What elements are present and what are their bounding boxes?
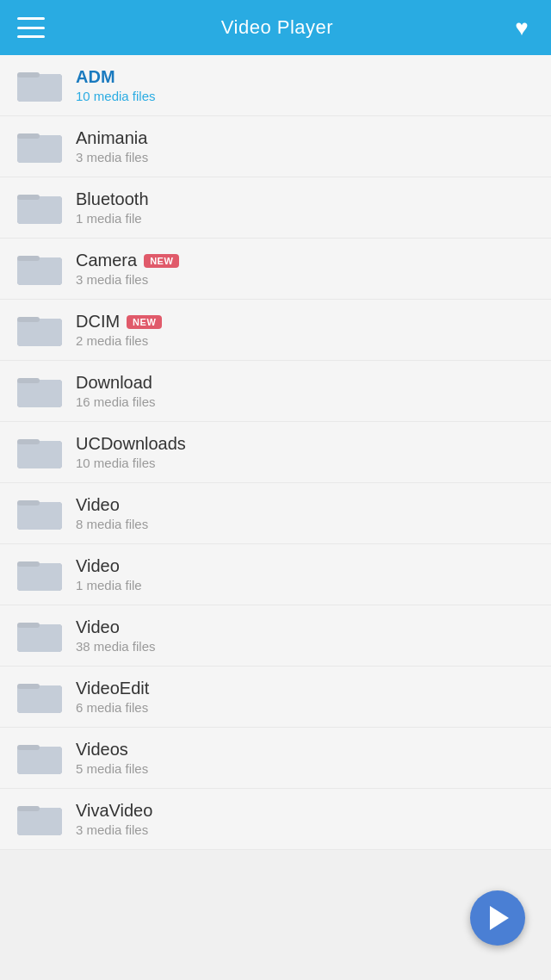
- list-item[interactable]: DCIMNEW2 media files: [0, 300, 551, 361]
- item-count: 5 media files: [76, 761, 148, 776]
- item-text-wrap: UCDownloads10 media files: [76, 434, 186, 470]
- item-count: 8 media files: [76, 517, 148, 531]
- new-badge: NEW: [127, 315, 162, 329]
- item-name: VideoEdit: [76, 679, 149, 698]
- item-text-wrap: DCIMNEW2 media files: [76, 312, 162, 348]
- list-item[interactable]: Video8 media files: [0, 483, 551, 544]
- app-title: Video Player: [221, 16, 333, 39]
- folder-icon: [17, 128, 62, 164]
- svg-rect-19: [17, 441, 62, 468]
- item-count: 3 media files: [76, 822, 152, 837]
- folder-icon: [17, 251, 62, 287]
- svg-rect-2: [17, 72, 40, 78]
- svg-rect-22: [17, 502, 62, 530]
- svg-rect-7: [17, 196, 62, 224]
- svg-rect-34: [17, 747, 62, 774]
- svg-rect-23: [17, 500, 40, 506]
- list-item[interactable]: CameraNEW3 media files: [0, 239, 551, 300]
- list-item[interactable]: Videos5 media files: [0, 728, 551, 789]
- item-count: 2 media files: [76, 333, 162, 348]
- item-count: 1 media file: [76, 211, 149, 226]
- svg-rect-37: [17, 808, 62, 835]
- svg-rect-16: [17, 380, 62, 407]
- svg-rect-8: [17, 195, 40, 200]
- svg-rect-20: [17, 439, 40, 444]
- item-count: 1 media file: [76, 578, 142, 592]
- folder-icon: [17, 67, 62, 103]
- new-badge: NEW: [144, 254, 179, 268]
- list-item[interactable]: VideoEdit6 media files: [0, 667, 551, 728]
- app-header: Video Player ♥: [0, 0, 551, 55]
- svg-rect-4: [17, 135, 62, 163]
- svg-rect-1: [17, 74, 62, 102]
- item-count: 16 media files: [76, 394, 156, 409]
- svg-rect-14: [17, 317, 40, 322]
- folder-icon: [17, 495, 62, 531]
- list-item[interactable]: VivaVideo3 media files: [0, 789, 551, 850]
- item-text-wrap: Bluetooth1 media file: [76, 189, 149, 226]
- svg-rect-25: [17, 563, 62, 591]
- item-name: Animania: [76, 128, 148, 148]
- play-fab[interactable]: [470, 890, 525, 946]
- folder-icon: [17, 617, 62, 654]
- list-item[interactable]: Download16 media files: [0, 361, 551, 422]
- item-text-wrap: Videos5 media files: [76, 740, 148, 776]
- folder-list: ADM10 media files Animania3 media files …: [0, 55, 551, 850]
- list-item[interactable]: Animania3 media files: [0, 116, 551, 177]
- list-item[interactable]: Video38 media files: [0, 605, 551, 667]
- item-text-wrap: Video1 media file: [76, 556, 142, 592]
- item-count: 3 media files: [76, 150, 148, 164]
- item-count: 38 media files: [76, 639, 156, 654]
- svg-rect-38: [17, 806, 40, 811]
- favorites-button[interactable]: ♥: [510, 16, 534, 40]
- item-text-wrap: VivaVideo3 media files: [76, 801, 152, 837]
- item-count: 10 media files: [76, 89, 156, 103]
- list-item[interactable]: UCDownloads10 media files: [0, 422, 551, 483]
- item-name: Video: [76, 617, 156, 637]
- folder-icon: [17, 312, 62, 348]
- item-name: ADM: [76, 67, 156, 87]
- item-text-wrap: Animania3 media files: [76, 128, 148, 164]
- item-name: Download: [76, 373, 156, 393]
- item-text-wrap: Download16 media files: [76, 373, 156, 409]
- item-name: VivaVideo: [76, 801, 152, 821]
- folder-icon: [17, 189, 62, 226]
- list-item[interactable]: Bluetooth1 media file: [0, 177, 551, 239]
- item-text-wrap: VideoEdit6 media files: [76, 679, 149, 715]
- svg-rect-26: [17, 561, 40, 567]
- play-icon: [490, 906, 509, 930]
- item-name: Videos: [76, 740, 148, 760]
- item-name: Video: [76, 495, 148, 515]
- folder-icon: [17, 679, 62, 715]
- item-text-wrap: Video8 media files: [76, 495, 148, 531]
- svg-rect-31: [17, 685, 62, 713]
- folder-icon: [17, 373, 62, 409]
- svg-rect-10: [17, 257, 62, 285]
- svg-rect-32: [17, 684, 40, 689]
- svg-rect-28: [17, 624, 62, 652]
- svg-rect-11: [17, 256, 40, 261]
- item-count: 10 media files: [76, 456, 186, 470]
- menu-button[interactable]: [17, 17, 45, 38]
- item-name: DCIMNEW: [76, 312, 162, 332]
- folder-icon: [17, 556, 62, 592]
- item-name: UCDownloads: [76, 434, 186, 454]
- svg-rect-5: [17, 133, 40, 139]
- list-item[interactable]: ADM10 media files: [0, 55, 551, 116]
- item-name: Video: [76, 556, 142, 576]
- list-item[interactable]: Video1 media file: [0, 544, 551, 605]
- item-count: 6 media files: [76, 700, 149, 715]
- svg-rect-17: [17, 378, 40, 383]
- item-name: Bluetooth: [76, 189, 149, 209]
- item-name: CameraNEW: [76, 251, 179, 270]
- item-count: 3 media files: [76, 272, 179, 287]
- folder-icon: [17, 434, 62, 470]
- svg-rect-29: [17, 623, 40, 628]
- svg-rect-35: [17, 745, 40, 750]
- item-text-wrap: ADM10 media files: [76, 67, 156, 103]
- item-text-wrap: CameraNEW3 media files: [76, 251, 179, 287]
- folder-icon: [17, 740, 62, 776]
- folder-icon: [17, 801, 62, 837]
- item-text-wrap: Video38 media files: [76, 617, 156, 654]
- svg-rect-13: [17, 319, 62, 346]
